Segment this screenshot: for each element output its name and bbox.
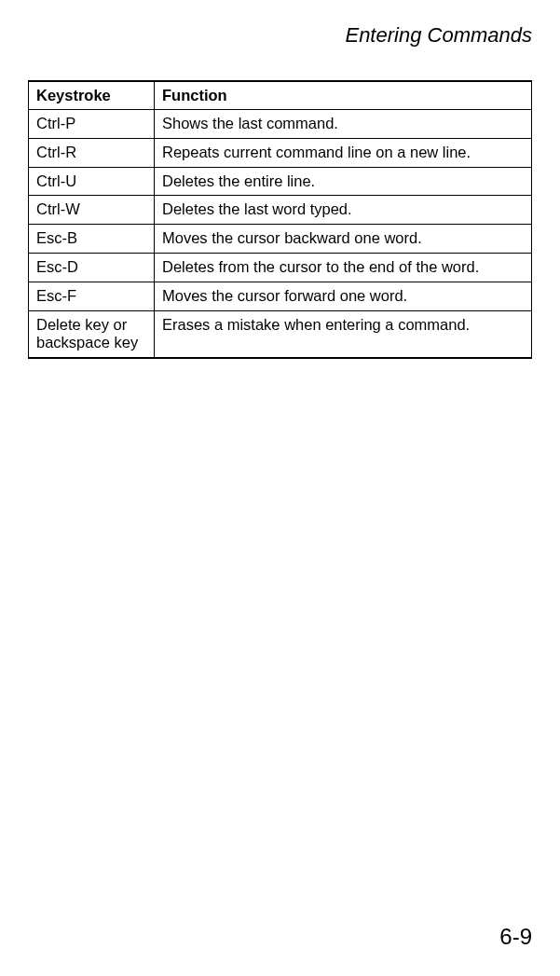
table-row: Esc-F Moves the cursor forward one word. [29, 282, 532, 310]
cell-function: Erases a mistake when entering a command… [155, 310, 532, 358]
cell-function: Repeats current command line on a new li… [155, 138, 532, 167]
table-header-row: Keystroke Function [29, 81, 532, 110]
table-row: Ctrl-U Deletes the entire line. [29, 167, 532, 196]
cell-keystroke: Delete key or backspace key [29, 310, 155, 358]
page-title: Entering Commands [28, 23, 532, 48]
cell-keystroke: Esc-D [29, 253, 155, 282]
cell-function: Deletes from the cursor to the end of th… [155, 253, 532, 282]
cell-keystroke: Esc-F [29, 282, 155, 310]
cell-keystroke: Ctrl-R [29, 138, 155, 167]
cell-function: Moves the cursor backward one word. [155, 225, 532, 254]
cell-function: Deletes the last word typed. [155, 196, 532, 225]
cell-keystroke: Ctrl-P [29, 110, 155, 139]
table-row: Ctrl-R Repeats current command line on a… [29, 138, 532, 167]
table-row: Ctrl-P Shows the last command. [29, 110, 532, 139]
cell-keystroke: Esc-B [29, 225, 155, 254]
table-row: Esc-B Moves the cursor backward one word… [29, 225, 532, 254]
header-keystroke: Keystroke [29, 81, 155, 110]
cell-function: Deletes the entire line. [155, 167, 532, 196]
table-row: Ctrl-W Deletes the last word typed. [29, 196, 532, 225]
cell-keystroke: Ctrl-W [29, 196, 155, 225]
header-function: Function [155, 81, 532, 110]
page-number: 6-9 [499, 924, 532, 950]
table-row: Esc-D Deletes from the cursor to the end… [29, 253, 532, 282]
cell-function: Shows the last command. [155, 110, 532, 139]
cell-keystroke: Ctrl-U [29, 167, 155, 196]
keystroke-table: Keystroke Function Ctrl-P Shows the last… [28, 80, 532, 359]
table-row: Delete key or backspace key Erases a mis… [29, 310, 532, 358]
cell-function: Moves the cursor forward one word. [155, 282, 532, 310]
